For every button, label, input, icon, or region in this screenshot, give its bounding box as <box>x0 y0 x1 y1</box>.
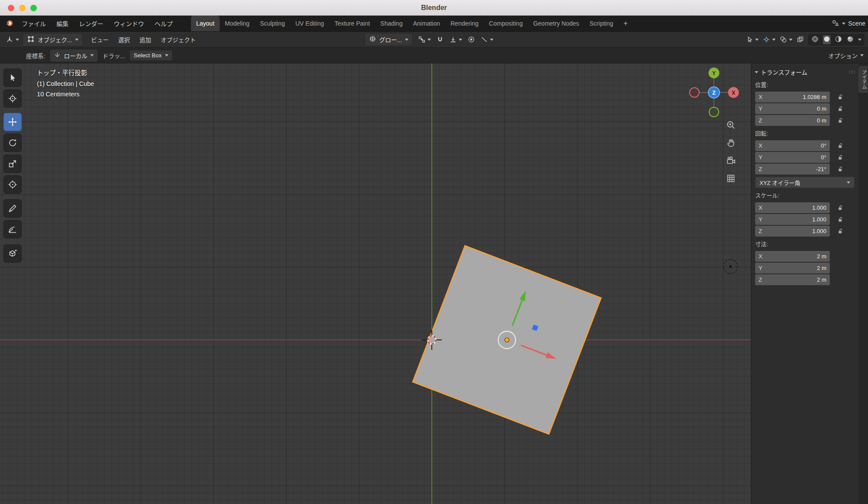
field-row: Z1.000 <box>755 226 858 237</box>
orientation-dropdown[interactable]: グロー... <box>365 33 413 46</box>
menu-add[interactable]: 追加 <box>135 35 156 44</box>
tool-move[interactable] <box>3 113 22 131</box>
menu-help[interactable]: ヘルプ <box>149 20 178 27</box>
location-z-field[interactable]: Z0 m <box>755 115 830 126</box>
panel-title: トランスフォーム <box>761 68 807 76</box>
coordinate-system-dropdown[interactable]: ローカル <box>49 49 98 62</box>
xray-toggle[interactable] <box>796 36 804 43</box>
tab-texture-paint[interactable]: Texture Paint <box>329 16 375 31</box>
minimize-window-button[interactable] <box>19 5 26 11</box>
proportional-falloff-dropdown[interactable] <box>480 36 493 43</box>
unlock-icon[interactable] <box>838 217 844 223</box>
tool-cursor[interactable] <box>3 89 22 108</box>
pan-button[interactable] <box>724 136 737 149</box>
shading-wireframe-button[interactable] <box>811 35 819 44</box>
scale-x-field[interactable]: X1.000 <box>755 202 830 213</box>
show-overlays-dropdown[interactable] <box>779 36 792 43</box>
tab-rendering[interactable]: Rendering <box>445 16 484 31</box>
tool-rotate[interactable] <box>3 134 22 152</box>
axis-neg-x-ball[interactable] <box>690 88 699 97</box>
unlock-icon[interactable] <box>838 155 844 161</box>
panel-drag-handle[interactable]: ∷∷ <box>849 69 855 75</box>
shading-solid-button[interactable] <box>823 35 831 44</box>
ortho-toggle-button[interactable] <box>724 172 737 185</box>
dimensions-x-field[interactable]: X2 m <box>755 251 830 262</box>
chevron-down-icon <box>459 39 462 41</box>
proportional-editing-toggle[interactable] <box>467 36 475 43</box>
tool-scale[interactable] <box>3 155 22 173</box>
tab-compositing[interactable]: Compositing <box>484 16 528 31</box>
scene-selector[interactable]: Scene <box>832 19 868 28</box>
camera-view-button[interactable] <box>724 154 737 167</box>
menu-render[interactable]: レンダー <box>74 20 108 27</box>
light-object[interactable] <box>723 260 737 273</box>
collapse-panel-icon[interactable] <box>755 71 758 73</box>
unlock-icon[interactable] <box>838 94 844 100</box>
rotation-x-field[interactable]: X0° <box>755 140 830 151</box>
rotation-mode-value: XYZ オイラー角 <box>760 178 800 187</box>
tool-select-box[interactable] <box>3 69 22 87</box>
tool-annotate[interactable] <box>3 199 22 217</box>
unlock-icon[interactable] <box>838 143 844 149</box>
globe-icon <box>369 35 376 44</box>
menu-viewport-view[interactable]: ビュー <box>86 35 114 44</box>
editor-type-button[interactable] <box>5 35 19 44</box>
unlock-icon[interactable] <box>838 166 844 172</box>
tab-geometry-nodes[interactable]: Geometry Nodes <box>528 16 584 31</box>
tab-layout[interactable]: Layout <box>191 16 220 31</box>
navigation-gizmo[interactable]: Y X Z <box>689 67 739 119</box>
viewport-overlay-text: トップ・平行投影 (1) Collection | Cube 10 Centim… <box>37 68 94 100</box>
shading-rendered-button[interactable] <box>846 35 854 44</box>
mode-dropdown[interactable]: オブジェク... <box>23 33 83 46</box>
3d-viewport[interactable]: トップ・平行投影 (1) Collection | Cube 10 Centim… <box>0 63 751 504</box>
rotation-z-field[interactable]: Z-21° <box>755 164 830 175</box>
close-window-button[interactable] <box>8 5 14 11</box>
menu-select[interactable]: 選択 <box>113 35 135 44</box>
axis-x-label: X <box>732 90 735 96</box>
rotation-y-field[interactable]: Y0° <box>755 152 830 163</box>
selectability-dropdown[interactable] <box>746 36 759 43</box>
unlock-icon[interactable] <box>838 118 844 124</box>
unlock-icon[interactable] <box>838 106 844 112</box>
tab-sculpting[interactable]: Sculpting <box>255 16 290 31</box>
dimensions-z-field[interactable]: Z2 m <box>755 274 830 285</box>
location-x-field[interactable]: X1.0286 m <box>755 92 830 102</box>
tool-measure[interactable] <box>3 220 22 238</box>
shading-material-button[interactable] <box>835 35 842 44</box>
location-section-label: 位置: <box>751 81 858 89</box>
menu-object[interactable]: オブジェクト <box>156 35 201 44</box>
menu-file[interactable]: ファイル <box>16 20 51 27</box>
tab-animation[interactable]: Animation <box>408 16 445 31</box>
axis-neg-y-ball[interactable] <box>709 107 719 117</box>
tab-uv-editing[interactable]: UV Editing <box>290 16 329 31</box>
dimensions-y-field[interactable]: Y2 m <box>755 263 830 273</box>
sidebar-tab-strip: アイテム <box>858 63 868 504</box>
tool-transform[interactable] <box>3 175 22 194</box>
tab-scripting[interactable]: Scripting <box>584 16 618 31</box>
snap-settings-dropdown[interactable] <box>449 36 462 43</box>
unlock-icon[interactable] <box>838 205 844 211</box>
scale-z-field[interactable]: Z1.000 <box>755 226 830 237</box>
rotation-mode-dropdown[interactable]: XYZ オイラー角 <box>755 177 855 188</box>
show-gizmo-dropdown[interactable] <box>763 36 776 43</box>
location-y-field[interactable]: Y0 m <box>755 103 830 114</box>
transform-panel-header[interactable]: トランスフォーム ∷∷ <box>751 67 858 77</box>
drag-mode-dropdown[interactable]: Select Box <box>129 50 173 61</box>
menu-edit[interactable]: 編集 <box>51 20 74 27</box>
unlock-icon[interactable] <box>838 228 844 234</box>
pivot-point-dropdown[interactable] <box>418 36 431 43</box>
tool-options-dropdown[interactable]: オプション <box>829 48 864 63</box>
axis-y-label: Y <box>712 70 716 76</box>
tab-shading[interactable]: Shading <box>375 16 408 31</box>
blender-logo-icon[interactable] <box>4 19 14 28</box>
zoom-window-button[interactable] <box>30 5 37 11</box>
tab-modeling[interactable]: Modeling <box>220 16 255 31</box>
chevron-down-icon <box>860 54 864 56</box>
snap-toggle[interactable] <box>436 36 444 43</box>
menu-window[interactable]: ウィンドウ <box>108 20 149 27</box>
tool-add-cube[interactable] <box>3 244 22 263</box>
add-workspace-button[interactable]: + <box>618 16 633 31</box>
scale-y-field[interactable]: Y1.000 <box>755 214 830 225</box>
zoom-button[interactable] <box>724 119 737 132</box>
sidebar-tab-item[interactable]: アイテム <box>858 66 868 93</box>
